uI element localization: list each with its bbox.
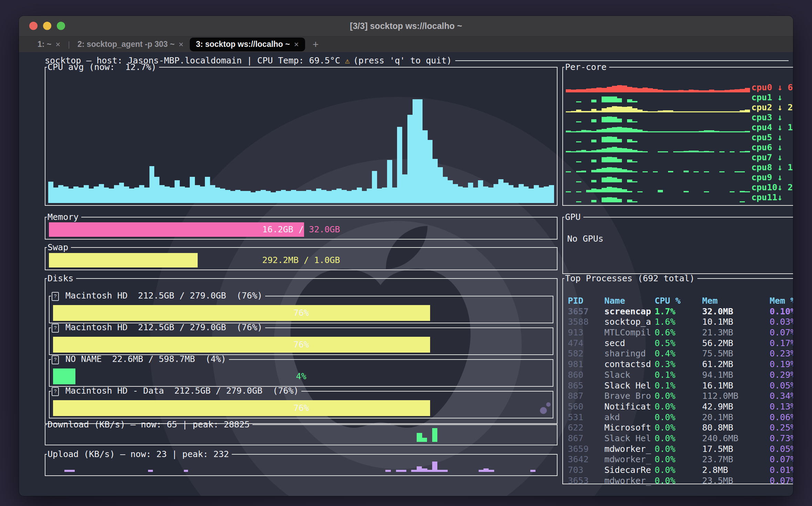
cpu-bar bbox=[473, 188, 478, 203]
cpu-bar bbox=[200, 186, 205, 203]
spark-bar bbox=[617, 127, 622, 132]
tab-separator: | bbox=[68, 40, 70, 49]
spark-bar bbox=[602, 168, 607, 172]
spark-bar bbox=[591, 140, 596, 142]
process-cell: Microsoft bbox=[604, 423, 655, 433]
process-row: 865Slack Hel0.1%16.1MB0.05% bbox=[568, 381, 793, 391]
cpu-bar bbox=[210, 185, 215, 203]
process-cell: mdworker_ bbox=[604, 454, 655, 465]
swap-gauge: 292.2MB / 1.0GB bbox=[49, 253, 553, 267]
cpu-bar bbox=[266, 191, 271, 203]
tab-close-icon[interactable]: × bbox=[294, 40, 299, 49]
cpu-bar bbox=[69, 189, 74, 203]
spark-bar bbox=[689, 90, 694, 92]
per-core-row: cpu9 ↓ 0.0% bbox=[566, 172, 793, 182]
process-cell: 0.03% bbox=[770, 317, 793, 327]
net-bar bbox=[422, 438, 427, 442]
net-bar bbox=[417, 433, 422, 442]
per-core-row: cpu7 ↓ 0.0% bbox=[566, 152, 793, 162]
tab-close-icon[interactable]: × bbox=[55, 40, 60, 49]
process-row: 867Slack Hel0.0%240.6MB0.73% bbox=[568, 433, 793, 444]
core-label: cpu8 ↓ 16.0% bbox=[751, 162, 793, 172]
new-tab-button[interactable]: + bbox=[313, 39, 319, 50]
spark-bar bbox=[591, 160, 596, 162]
column-header: Mem bbox=[702, 296, 770, 306]
spark-bar bbox=[612, 127, 617, 132]
spark-bar bbox=[591, 189, 596, 192]
spark-bar bbox=[627, 139, 632, 142]
disk-title-text: NO NAME 22.6MB / 598.7MB (4%) bbox=[60, 354, 226, 364]
cpu-bar bbox=[443, 177, 448, 203]
net-bar bbox=[148, 470, 153, 472]
net-bar bbox=[483, 468, 489, 472]
upload-panel: Upload (KB/s) — now: 23 | peak: 232 bbox=[45, 449, 558, 476]
cpu-bar bbox=[190, 177, 195, 203]
process-cell: 0.0% bbox=[655, 444, 702, 455]
cpu-bar bbox=[195, 185, 200, 203]
process-cell: 0.23% bbox=[770, 348, 793, 359]
per-core-row: cpu0 ↓ 66.7% bbox=[566, 82, 793, 92]
spark-bar bbox=[658, 90, 663, 92]
spark-bar bbox=[637, 130, 643, 132]
net-bar bbox=[432, 462, 437, 472]
spark-bar bbox=[602, 129, 607, 132]
disk-item: ? Macintosh HD - Data 212.5GB / 279.0GB … bbox=[49, 386, 553, 418]
spark-bar bbox=[622, 85, 627, 92]
cpu-bar bbox=[256, 191, 261, 203]
spark-bar bbox=[602, 97, 607, 102]
cpu-bar bbox=[240, 191, 246, 203]
cpu-bar bbox=[129, 189, 134, 203]
cpu-bar bbox=[165, 186, 170, 203]
spark-bar bbox=[607, 167, 612, 172]
cpu-bar bbox=[478, 180, 483, 203]
spark-bar bbox=[581, 130, 586, 132]
core-label: cpu4 ↓ 16.0% bbox=[751, 122, 793, 132]
cpu-bar bbox=[170, 188, 175, 203]
process-cell: 42.9MB bbox=[702, 402, 770, 412]
spark-bar bbox=[632, 201, 637, 202]
per-core-row: cpu11↓ 0.0% bbox=[566, 192, 793, 202]
cpu-bar bbox=[458, 186, 463, 203]
spark-bar bbox=[612, 147, 617, 152]
tab-1[interactable]: 1: ~× bbox=[31, 38, 66, 51]
cpu-bar bbox=[99, 184, 104, 203]
tab-2[interactable]: 2: socktop_agent -p 303 ~× bbox=[71, 38, 190, 51]
disks-panel: Disks ? Macintosh HD 212.5GB / 279.0GB (… bbox=[45, 274, 558, 424]
spark-bar bbox=[566, 89, 571, 92]
spark-bar bbox=[632, 88, 637, 92]
disk-list: ? Macintosh HD 212.5GB / 279.0GB (76%)76… bbox=[45, 283, 557, 423]
cpu-bar bbox=[448, 180, 453, 203]
tab-3[interactable]: 3: socktop ws://localho ~× bbox=[190, 38, 305, 51]
process-cell: 867 bbox=[568, 433, 604, 444]
cpu-bar bbox=[119, 183, 124, 203]
spark-bar bbox=[576, 110, 581, 112]
spark-bar bbox=[694, 90, 699, 92]
spark-bar bbox=[643, 88, 648, 93]
window-titlebar[interactable]: [3/3] socktop ws://localho ~ bbox=[19, 16, 793, 37]
tab-close-icon[interactable]: × bbox=[179, 40, 184, 49]
cpu-history-chart bbox=[48, 84, 554, 203]
process-row: 3659mdworker_0.0%17.5MB0.05% bbox=[568, 444, 793, 455]
core-label: cpu2 ↓ 25.0% bbox=[751, 102, 793, 112]
process-cell: 0.3% bbox=[655, 359, 702, 370]
disk-item: ? Macintosh HD 212.5GB / 279.0GB (76%)76… bbox=[49, 323, 553, 355]
cpu-bar bbox=[306, 190, 311, 203]
upload-sparkline bbox=[45, 459, 557, 475]
per-core-row: cpu8 ↓ 16.0% bbox=[566, 162, 793, 172]
cpu-bar bbox=[114, 185, 119, 203]
memory-gauge-label: 16.2GB / 32.0GB bbox=[49, 222, 553, 237]
process-cell: akd bbox=[604, 412, 655, 423]
spark-bar bbox=[617, 139, 622, 142]
cpu-avg-title: CPU avg (now: 12.7%) bbox=[47, 62, 159, 72]
process-cell: 0.07% bbox=[770, 476, 793, 486]
cpu-bar bbox=[154, 177, 159, 203]
core-sparkline bbox=[566, 152, 751, 162]
cpu-bar bbox=[84, 185, 89, 203]
process-cell: 560 bbox=[568, 402, 604, 412]
swap-gauge-label: 292.2MB / 1.0GB bbox=[49, 253, 553, 267]
core-sparkline bbox=[566, 82, 751, 92]
spark-bar bbox=[612, 168, 617, 173]
net-bar bbox=[432, 428, 437, 442]
spark-bar bbox=[591, 200, 596, 202]
spark-bar bbox=[576, 89, 581, 92]
